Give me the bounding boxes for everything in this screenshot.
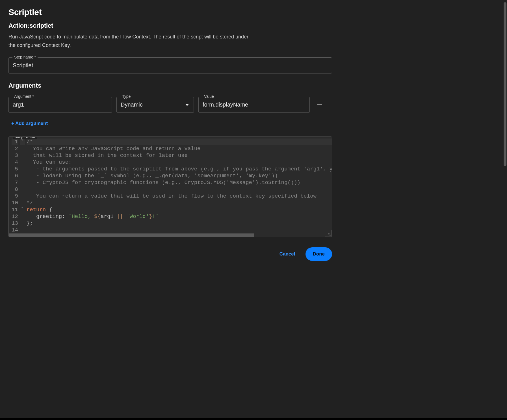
argument-row: Argument * Type Dynamic Value bbox=[8, 97, 332, 113]
cancel-button[interactable]: Cancel bbox=[275, 247, 300, 261]
argument-type-field: Type Dynamic bbox=[116, 97, 194, 113]
argument-type-select[interactable]: Dynamic bbox=[116, 97, 194, 113]
horizontal-scrollbar-thumb[interactable] bbox=[9, 233, 254, 237]
argument-name-input[interactable] bbox=[8, 97, 112, 113]
page-subtitle: Action:scriptlet bbox=[8, 22, 332, 29]
argument-type-label: Type bbox=[120, 94, 132, 99]
argument-value-field: Value bbox=[198, 97, 310, 113]
script-code-label: Script Code bbox=[13, 137, 37, 139]
script-code-editor[interactable]: 1234567891011121314 ˅˅ /* You can write … bbox=[9, 137, 332, 237]
svg-rect-0 bbox=[317, 104, 322, 105]
bottom-strip bbox=[0, 418, 507, 420]
argument-value-input[interactable] bbox=[198, 97, 310, 113]
page-title: Scriptlet bbox=[8, 7, 332, 17]
step-name-label: Step name * bbox=[12, 55, 38, 59]
remove-argument-button[interactable] bbox=[314, 100, 324, 110]
vertical-scrollbar[interactable] bbox=[504, 2, 506, 172]
horizontal-scrollbar[interactable] bbox=[9, 233, 332, 237]
editor-fold-column: ˅˅ bbox=[20, 138, 25, 233]
argument-value-label: Value bbox=[202, 94, 216, 99]
add-argument-button[interactable]: + Add argument bbox=[8, 119, 51, 128]
step-name-field: Step name * bbox=[8, 57, 332, 73]
script-code-field: Script Code 1234567891011121314 ˅˅ /* Yo… bbox=[8, 137, 332, 237]
step-name-input[interactable] bbox=[8, 57, 332, 73]
argument-name-field: Argument * bbox=[8, 97, 112, 113]
dialog-footer: Cancel Done bbox=[8, 247, 332, 261]
editor-code-column[interactable]: /* You can write any JavaScript code and… bbox=[25, 138, 332, 233]
editor-gutter: 1234567891011121314 bbox=[9, 138, 20, 233]
done-button[interactable]: Done bbox=[306, 247, 332, 261]
minus-icon bbox=[317, 104, 322, 105]
arguments-section-title: Arguments bbox=[8, 82, 332, 89]
page-description: Run JavaScript code to manipulate data f… bbox=[8, 33, 249, 49]
vertical-scrollbar-thumb[interactable] bbox=[504, 2, 506, 166]
argument-name-label: Argument * bbox=[12, 94, 36, 99]
